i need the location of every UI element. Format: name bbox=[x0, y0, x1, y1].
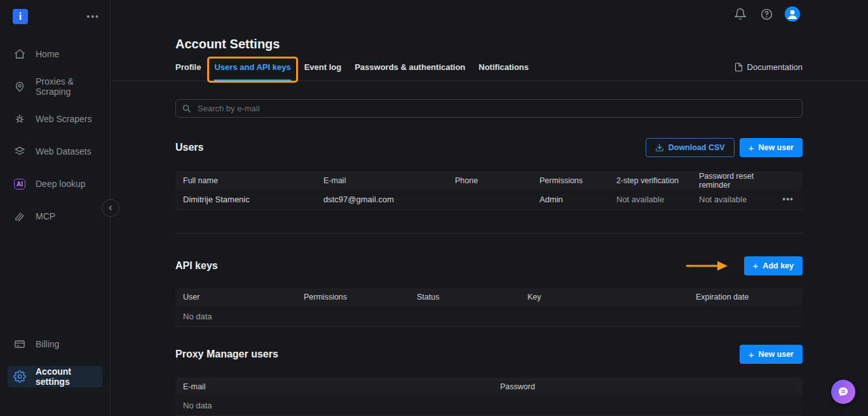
search-input[interactable] bbox=[175, 99, 803, 118]
new-user-button[interactable]: + New user bbox=[740, 138, 803, 157]
page-title: Account Settings bbox=[175, 37, 803, 52]
table-row-empty: No data bbox=[175, 396, 803, 415]
plus-icon: + bbox=[749, 350, 754, 359]
cell-two-step: Not available bbox=[609, 190, 691, 209]
tab-profile[interactable]: Profile bbox=[175, 62, 201, 80]
download-csv-button[interactable]: Download CSV bbox=[646, 138, 735, 157]
sidebar-collapse-button[interactable] bbox=[102, 199, 119, 217]
api-keys-table-header-row: User Permissions Status Key Expiration d… bbox=[175, 288, 803, 307]
api-keys-table: User Permissions Status Key Expiration d… bbox=[175, 288, 803, 328]
sidebar-item-proxies-scraping[interactable]: Proxies & Scraping bbox=[13, 76, 105, 97]
sidebar-item-label: Account settings bbox=[36, 366, 102, 387]
sidebar-item-label: Deep lookup bbox=[36, 179, 86, 189]
chevron-left-icon bbox=[107, 204, 114, 212]
mcp-icon bbox=[13, 209, 27, 223]
content: Users Download CSV + New user Full name … bbox=[111, 99, 868, 416]
no-data-text: No data bbox=[175, 307, 803, 327]
section-divider bbox=[175, 233, 803, 233]
plus-icon: + bbox=[753, 261, 759, 270]
ai-badge-icon: AI bbox=[13, 177, 27, 191]
gear-icon bbox=[13, 370, 27, 384]
sidebar-menu-ellipsis-icon[interactable]: ••• bbox=[86, 11, 100, 22]
api-keys-section-title: API keys bbox=[175, 260, 218, 272]
notifications-bell-icon[interactable] bbox=[733, 6, 748, 22]
sidebar-item-home[interactable]: Home bbox=[13, 43, 105, 65]
cell-full-name: Dimitrije Stamenic bbox=[175, 190, 316, 209]
row-menu-ellipsis-icon[interactable]: ••• bbox=[775, 190, 803, 209]
home-icon bbox=[13, 47, 27, 61]
chat-widget-button[interactable] bbox=[831, 380, 855, 404]
proxy-manager-table-header-row: E-mail Password bbox=[175, 377, 803, 396]
user-avatar[interactable] bbox=[785, 6, 800, 22]
table-row-empty: No data bbox=[175, 307, 803, 327]
download-icon bbox=[655, 143, 664, 152]
proxy-manager-section-title: Proxy Manager users bbox=[175, 349, 278, 360]
help-icon[interactable] bbox=[759, 6, 774, 22]
table-row: Dimitrije Stamenic dstc97@gmail.com Admi… bbox=[175, 190, 803, 209]
cell-email: dstc97@gmail.com bbox=[316, 190, 447, 209]
spider-icon bbox=[13, 112, 27, 126]
proxy-new-user-button[interactable]: + New user bbox=[740, 345, 803, 364]
cell-password-reset: Not available bbox=[691, 190, 775, 209]
sidebar-item-web-datasets[interactable]: Web Datasets bbox=[13, 141, 105, 162]
tab-event-log[interactable]: Event log bbox=[304, 62, 342, 80]
users-table-header-row: Full name E-mail Phone Permissions 2-ste… bbox=[175, 171, 803, 190]
sidebar-nav: Home Proxies & Scraping Web Scrapers Web… bbox=[0, 43, 110, 227]
sidebar-item-label: Web Datasets bbox=[36, 146, 92, 156]
layers-icon bbox=[13, 144, 27, 158]
tabs-bar: Profile Users and API keys Event log Pas… bbox=[111, 62, 868, 81]
person-icon bbox=[785, 6, 800, 22]
cell-phone bbox=[447, 190, 532, 209]
plus-icon: + bbox=[749, 143, 754, 153]
add-key-button[interactable]: + Add key bbox=[744, 256, 803, 275]
sidebar: i ••• Home Proxies & Scraping Web Scrape… bbox=[0, 0, 111, 416]
location-pin-icon bbox=[13, 80, 27, 94]
brand-logo-icon[interactable]: i bbox=[13, 9, 28, 24]
sidebar-item-label: Proxies & Scraping bbox=[36, 76, 105, 97]
users-table: Full name E-mail Phone Permissions 2-ste… bbox=[175, 171, 803, 210]
topbar bbox=[111, 0, 868, 28]
credit-card-icon bbox=[13, 337, 27, 351]
chat-bubble-icon bbox=[837, 385, 850, 398]
sidebar-item-label: Home bbox=[36, 49, 59, 59]
no-data-text: No data bbox=[175, 396, 803, 415]
sidebar-bottom: Billing Account settings bbox=[0, 322, 110, 398]
documentation-link[interactable]: Documentation bbox=[734, 62, 803, 80]
annotation-arrow bbox=[686, 260, 729, 272]
search-icon bbox=[182, 104, 191, 116]
sidebar-item-account-settings[interactable]: Account settings bbox=[8, 366, 102, 387]
tab-passwords-authentication[interactable]: Passwords & authentication bbox=[355, 62, 465, 80]
sidebar-item-mcp[interactable]: MCP bbox=[13, 205, 105, 227]
sidebar-item-label: MCP bbox=[36, 211, 55, 221]
sidebar-item-label: Web Scrapers bbox=[36, 114, 92, 124]
sidebar-item-web-scrapers[interactable]: Web Scrapers bbox=[13, 108, 105, 130]
main-area: Account Settings Profile Users and API k… bbox=[111, 0, 868, 416]
users-section-title: Users bbox=[175, 142, 203, 153]
cell-permissions: Admin bbox=[532, 190, 609, 209]
tab-users-and-api-keys[interactable]: Users and API keys bbox=[214, 62, 290, 81]
sidebar-item-billing[interactable]: Billing bbox=[13, 333, 105, 355]
tab-notifications[interactable]: Notifications bbox=[478, 62, 529, 80]
sidebar-item-deep-lookup[interactable]: AI Deep lookup bbox=[13, 173, 105, 195]
sidebar-item-label: Billing bbox=[36, 339, 59, 349]
document-icon bbox=[734, 62, 743, 72]
proxy-manager-table: E-mail Password No data bbox=[175, 377, 803, 416]
